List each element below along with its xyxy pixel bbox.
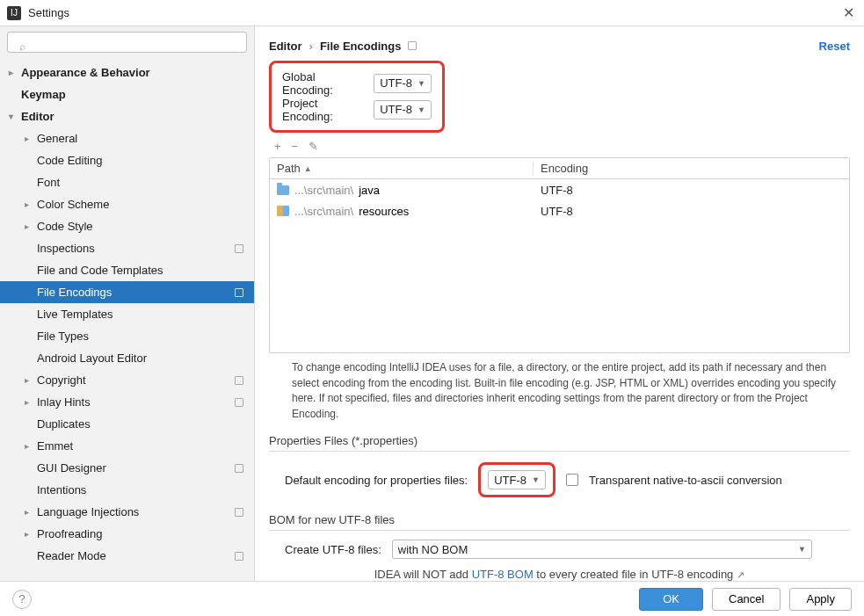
- sidebar-item-label: Font: [37, 176, 60, 189]
- folder-icon: [277, 185, 289, 195]
- sidebar-item-label: Editor: [21, 110, 54, 123]
- dialog-footer: ? OK Cancel Apply: [0, 581, 864, 616]
- bom-note: IDEA will NOT add UTF-8 BOM to every cre…: [269, 568, 850, 581]
- sidebar-item-code-editing[interactable]: Code Editing: [0, 149, 254, 171]
- sidebar-item-appearance-behavior[interactable]: ▸Appearance & Behavior: [0, 62, 254, 83]
- sidebar-item-language-injections[interactable]: ▸Language Injections: [0, 501, 254, 523]
- project-encoding-label: Project Encoding:: [282, 97, 367, 123]
- caret-down-icon: ▼: [417, 79, 425, 88]
- sidebar-item-editor[interactable]: ▾Editor: [0, 105, 254, 127]
- help-text: To change encoding IntelliJ IDEA uses fo…: [269, 360, 850, 422]
- chevron-right-icon: ▸: [25, 134, 37, 143]
- column-path[interactable]: Path ▲: [270, 162, 534, 175]
- sidebar-item-duplicates[interactable]: Duplicates: [0, 413, 254, 435]
- chevron-right-icon: ▸: [25, 529, 37, 539]
- chevron-right-icon: ▸: [25, 199, 37, 209]
- project-encoding-combo[interactable]: UTF-8 ▼: [374, 100, 432, 120]
- global-encoding-value: UTF-8: [380, 76, 412, 90]
- sidebar-item-reader-mode[interactable]: Reader Mode: [0, 545, 254, 567]
- table-toolbar: + − ✎: [269, 138, 850, 156]
- breadcrumb: Editor › File Encodings Reset: [269, 35, 850, 57]
- sidebar-item-code-style[interactable]: ▸Code Style: [0, 215, 254, 237]
- chevron-down-icon: ▾: [9, 112, 21, 121]
- titlebar: IJ Settings ✕: [0, 0, 864, 26]
- edit-button[interactable]: ✎: [309, 140, 318, 153]
- encoding-highlight-box: Global Encoding: UTF-8 ▼ Project Encodin…: [269, 61, 445, 133]
- table-row[interactable]: ...\src\main\javaUTF-8: [270, 179, 849, 200]
- sidebar-item-intentions[interactable]: Intentions: [0, 479, 254, 501]
- chevron-right-icon: ▸: [9, 68, 21, 77]
- scope-badge-icon: [235, 552, 243, 561]
- remove-button[interactable]: −: [292, 140, 299, 153]
- scope-badge-icon: [235, 464, 243, 473]
- sidebar-item-label: Duplicates: [37, 417, 91, 431]
- sidebar-item-label: GUI Designer: [37, 461, 106, 475]
- encodings-table: Path ▲ Encoding ...\src\main\javaUTF-8..…: [269, 157, 850, 353]
- scope-badge-icon: [235, 508, 243, 517]
- bom-value: with NO BOM: [398, 543, 468, 556]
- sidebar-item-file-and-code-templates[interactable]: File and Code Templates: [0, 259, 254, 281]
- sidebar-item-file-types[interactable]: File Types: [0, 325, 254, 347]
- apply-button[interactable]: Apply: [789, 588, 852, 611]
- global-encoding-label: Global Encoding:: [282, 70, 367, 97]
- sidebar-item-label: Emmet: [37, 439, 73, 453]
- help-button[interactable]: ?: [12, 590, 32, 609]
- sidebar-item-color-scheme[interactable]: ▸Color Scheme: [0, 193, 254, 215]
- chevron-right-icon: ›: [309, 40, 313, 53]
- chevron-right-icon: ▸: [25, 397, 37, 407]
- properties-encoding-combo[interactable]: UTF-8 ▼: [488, 470, 546, 489]
- close-button[interactable]: ✕: [839, 4, 857, 21]
- cancel-button[interactable]: Cancel: [712, 588, 781, 611]
- scope-badge-icon: [235, 244, 243, 253]
- sidebar-item-label: Copyright: [37, 373, 86, 387]
- breadcrumb-root[interactable]: Editor: [269, 40, 302, 53]
- sidebar-item-inlay-hints[interactable]: ▸Inlay Hints: [0, 391, 254, 413]
- properties-encoding-value: UTF-8: [494, 474, 526, 487]
- sidebar-item-label: Android Layout Editor: [37, 351, 147, 365]
- search-input[interactable]: [7, 32, 247, 53]
- sidebar-item-label: Code Style: [37, 220, 93, 233]
- sidebar-item-copyright[interactable]: ▸Copyright: [0, 369, 254, 391]
- scope-badge-icon: [235, 376, 243, 385]
- reset-link[interactable]: Reset: [819, 40, 850, 53]
- sidebar-item-general[interactable]: ▸General: [0, 127, 254, 149]
- project-encoding-value: UTF-8: [380, 103, 412, 116]
- content-panel: Editor › File Encodings Reset Global Enc…: [255, 26, 864, 581]
- sidebar-item-label: General: [37, 132, 77, 145]
- sidebar-item-font[interactable]: Font: [0, 171, 254, 193]
- sidebar-item-inspections[interactable]: Inspections: [0, 237, 254, 259]
- column-encoding[interactable]: Encoding: [534, 162, 595, 175]
- sidebar-item-label: Color Scheme: [37, 198, 109, 211]
- sidebar: ⌕ ▸Appearance & BehaviorKeymap▾Editor▸Ge…: [0, 26, 255, 581]
- sidebar-item-label: Language Injections: [37, 505, 139, 518]
- sidebar-item-emmet[interactable]: ▸Emmet: [0, 435, 254, 457]
- settings-tree[interactable]: ▸Appearance & BehaviorKeymap▾Editor▸Gene…: [0, 58, 254, 581]
- breadcrumb-leaf: File Encodings: [320, 40, 401, 53]
- bom-label: Create UTF-8 files:: [285, 543, 381, 556]
- table-row[interactable]: ...\src\main\resourcesUTF-8: [270, 200, 849, 221]
- sidebar-item-file-encodings[interactable]: File Encodings: [0, 281, 254, 303]
- bom-section-title: BOM for new UTF-8 files: [269, 513, 850, 526]
- transparent-ascii-checkbox[interactable]: [566, 474, 578, 486]
- caret-down-icon: ▼: [417, 105, 425, 114]
- encoding-cell: UTF-8: [534, 205, 580, 218]
- sidebar-item-label: Keymap: [21, 88, 66, 101]
- sidebar-item-label: Inlay Hints: [37, 395, 91, 409]
- ok-button[interactable]: OK: [639, 588, 703, 611]
- window-title: Settings: [28, 6, 839, 19]
- bom-combo[interactable]: with NO BOM ▼: [392, 540, 812, 559]
- global-encoding-combo[interactable]: UTF-8 ▼: [374, 74, 432, 93]
- sidebar-item-gui-designer[interactable]: GUI Designer: [0, 457, 254, 479]
- add-button[interactable]: +: [274, 140, 281, 153]
- encoding-cell: UTF-8: [534, 184, 580, 197]
- caret-down-icon: ▼: [798, 545, 806, 554]
- chevron-right-icon: ▸: [25, 441, 37, 451]
- sidebar-item-android-layout-editor[interactable]: Android Layout Editor: [0, 347, 254, 369]
- sidebar-item-live-templates[interactable]: Live Templates: [0, 303, 254, 325]
- sidebar-item-label: File Encodings: [37, 286, 112, 299]
- transparent-ascii-label: Transparent native-to-ascii conversion: [589, 474, 782, 487]
- sidebar-item-proofreading[interactable]: ▸Proofreading: [0, 523, 254, 545]
- scope-badge-icon: [235, 288, 243, 297]
- bom-help-link[interactable]: UTF-8 BOM: [472, 568, 534, 581]
- sidebar-item-keymap[interactable]: Keymap: [0, 83, 254, 105]
